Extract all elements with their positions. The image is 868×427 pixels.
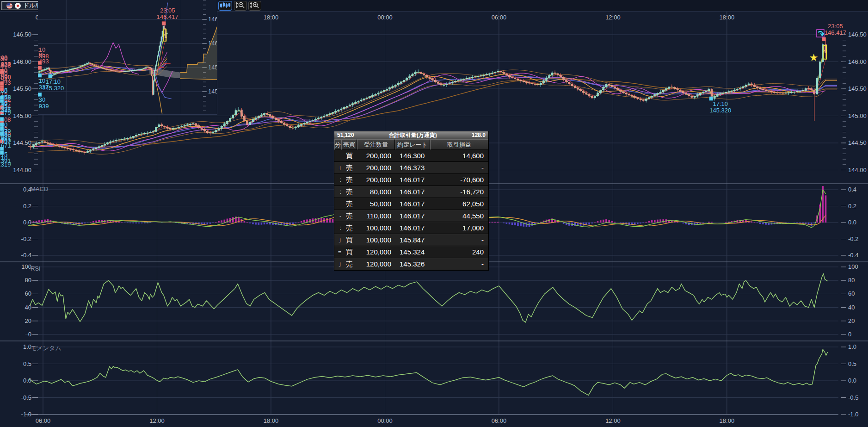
side-cell: 売 (341, 222, 357, 234)
svg-text:-0.2: -0.2 (848, 235, 858, 242)
svg-text:18:00: 18:00 (720, 14, 735, 21)
svg-text:00:00: 00:00 (377, 14, 393, 21)
rate-cell: 146.373 (395, 162, 430, 173)
svg-text:06:00: 06:00 (492, 14, 507, 21)
svg-text:146.00: 146.00 (13, 58, 31, 65)
zoom-out-button[interactable] (234, 1, 247, 11)
svg-text:146.00: 146.00 (848, 58, 867, 65)
svg-text:100: 100 (21, 263, 31, 270)
candlestick-chart-button[interactable] (218, 1, 232, 11)
trade-table-header: 分売買受注数量約定レート取引損益 (334, 139, 488, 150)
order-arrow-icon (818, 31, 824, 36)
annotation-marker (38, 61, 42, 65)
side-cell: 売 (341, 162, 357, 173)
svg-text:16:10: 16:10 (0, 99, 7, 106)
svg-text:12:00: 12:00 (149, 417, 165, 424)
column-header-3[interactable]: 約定レート (395, 139, 430, 150)
table-row[interactable]: =買120,000145.324240 (334, 246, 488, 258)
svg-text:146.50: 146.50 (13, 31, 31, 38)
zoom-in-button[interactable] (248, 1, 261, 11)
svg-text:145.50: 145.50 (13, 85, 31, 92)
svg-text:0.4: 0.4 (848, 186, 856, 193)
svg-text:144.50: 144.50 (848, 139, 867, 146)
svg-text:145.337: 145.337 (0, 106, 11, 113)
svg-text:16:10: 16:10 (38, 77, 45, 84)
annotation-marker (0, 82, 4, 86)
svg-text:146.50: 146.50 (208, 16, 217, 23)
svg-text:22:30: 22:30 (38, 96, 45, 103)
column-header-2[interactable]: 受注数量 (357, 139, 395, 150)
svg-text:-0.4: -0.4 (21, 252, 31, 259)
table-row[interactable]: -売110,000146.01744,550 (334, 210, 488, 222)
us-flag-icon (6, 3, 12, 9)
table-row[interactable]: ｣売200,000146.373- (334, 162, 488, 174)
svg-text:0.0: 0.0 (848, 377, 856, 384)
svg-text:-1.0: -1.0 (21, 411, 31, 418)
svg-text:17:10: 17:10 (45, 78, 61, 85)
column-header-4[interactable]: 取引損益 (430, 139, 488, 150)
pl-cell: - (430, 258, 488, 270)
svg-text:20: 20 (25, 317, 31, 324)
side-cell: 買 (341, 234, 357, 246)
table-row[interactable]: :売200,000146.017-70,600 (334, 174, 488, 186)
svg-text:0.2: 0.2 (848, 203, 856, 210)
total-volume-left: 51,120 (337, 131, 354, 139)
annotation-marker (822, 37, 825, 41)
pl-cell: 14,600 (430, 150, 488, 161)
table-row[interactable]: ｣売120,000145.326- (334, 258, 488, 270)
svg-text:144.939: 144.939 (38, 103, 49, 110)
quantity-cell: 120,000 (357, 258, 395, 270)
svg-text:23:05: 23:05 (828, 23, 843, 30)
trade-table-title-bar[interactable]: 51,120 合計取引量(万通貨) 128.0 (334, 131, 488, 139)
svg-text:144.50: 144.50 (13, 139, 31, 146)
svg-text:18:00: 18:00 (264, 417, 279, 424)
table-row[interactable]: ｣買100,000145.847- (334, 234, 488, 246)
svg-text:0.4: 0.4 (23, 186, 31, 193)
time-fragment: : (334, 174, 341, 186)
table-row[interactable]: 売50,000146.01762,050 (334, 198, 488, 210)
svg-text:22:30: 22:30 (0, 121, 7, 128)
total-volume-right: 128.0 (472, 131, 486, 139)
svg-text:19:10: 19:10 (0, 67, 7, 74)
table-row[interactable]: :売80,000146.017-16,720 (334, 186, 488, 198)
time-fragment: ｣ (334, 162, 341, 173)
inset-chart-canvas: 146.50146.00145.50145.0016:10145.33717:0… (38, 0, 217, 115)
column-header-1[interactable]: 売買 (341, 139, 357, 150)
time-fragment: - (334, 210, 341, 222)
svg-text:23:05: 23:05 (160, 7, 175, 14)
annotation-marker (709, 97, 713, 100)
svg-text:145.00: 145.00 (208, 88, 217, 95)
svg-text:17:10: 17:10 (713, 100, 728, 107)
side-cell: 売 (341, 198, 357, 210)
quantity-cell: 200,000 (357, 162, 395, 173)
rate-cell: 146.017 (395, 210, 430, 222)
svg-text:40: 40 (848, 304, 855, 311)
time-fragment: = (334, 246, 341, 258)
total-volume-label: 合計取引量(万通貨) (389, 131, 437, 139)
pl-cell: -70,600 (430, 174, 488, 186)
svg-text:145.00: 145.00 (848, 112, 867, 119)
svg-text:145.598: 145.598 (38, 53, 49, 60)
rate-cell: 145.326 (395, 258, 430, 270)
inset-chart-window[interactable]: 146.50146.00145.50145.0016:10145.33717:0… (38, 0, 217, 115)
quantity-cell: 110,000 (357, 210, 395, 222)
pl-cell: 44,550 (430, 210, 488, 222)
time-fragment (334, 198, 341, 210)
svg-text:40: 40 (25, 304, 31, 311)
svg-text:145.320: 145.320 (709, 107, 731, 114)
svg-text:1.0: 1.0 (848, 343, 856, 350)
svg-text:-0.4: -0.4 (848, 252, 858, 259)
pl-cell: - (430, 162, 488, 173)
svg-text:06:00: 06:00 (36, 417, 51, 424)
column-header-0[interactable]: 分 (334, 139, 341, 150)
svg-text:-0.5: -0.5 (21, 394, 31, 401)
svg-text:0.0: 0.0 (848, 219, 856, 226)
pl-cell: -16,720 (430, 186, 488, 198)
svg-text:06:00: 06:00 (492, 417, 507, 424)
table-row[interactable]: :売100,000146.01717,000 (334, 222, 488, 234)
table-row[interactable]: 買200,000146.30014,600 (334, 150, 488, 162)
time-fragment (334, 150, 341, 161)
svg-text:18:00: 18:00 (720, 417, 735, 424)
svg-text:19:10: 19:10 (38, 46, 45, 53)
quantity-cell: 100,000 (357, 234, 395, 246)
